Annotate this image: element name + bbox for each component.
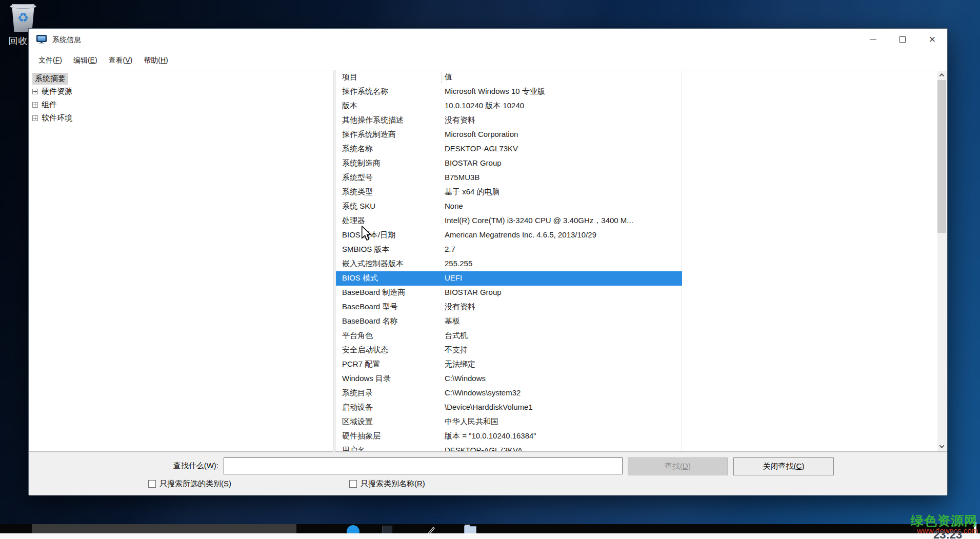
- expand-plus-icon[interactable]: [32, 102, 38, 108]
- row-item-label: 系统名称: [342, 144, 373, 154]
- tree-item[interactable]: 组件: [32, 98, 333, 111]
- row-item-label: 硬件抽象层: [342, 431, 381, 441]
- tree-item[interactable]: 硬件资源: [32, 85, 333, 98]
- row-value-label: DESKTOP-AGL73KVA...: [445, 446, 529, 451]
- find-what-label: 查找什么(W):: [106, 461, 218, 471]
- table-row[interactable]: 系统型号B75MU3B: [336, 171, 937, 185]
- row-item-label: 系统目录: [342, 388, 373, 398]
- row-item-label: BaseBoard 名称: [342, 316, 397, 326]
- row-value-label: 版本 = "10.0.10240.16384": [445, 431, 536, 441]
- row-item-label: BIOS 模式: [342, 273, 378, 283]
- table-row[interactable]: SMBIOS 版本2.7: [336, 243, 937, 257]
- scrollbar-thumb[interactable]: [937, 80, 946, 233]
- table-row[interactable]: 系统名称DESKTOP-AGL73KV: [336, 142, 937, 156]
- menu-item[interactable]: 帮助(H): [138, 50, 173, 70]
- row-item-label: 用户名: [342, 446, 365, 451]
- row-value-label: BIOSTAR Group: [445, 158, 502, 167]
- window-title: 系统信息: [52, 29, 81, 50]
- table-row[interactable]: 操作系统名称Microsoft Windows 10 专业版: [336, 85, 937, 99]
- table-row[interactable]: 处理器Intel(R) Core(TM) i3-3240 CPU @ 3.40G…: [336, 214, 937, 228]
- maximize-button[interactable]: [888, 29, 917, 50]
- bottom-white-strip: [0, 533, 980, 539]
- checkbox-icon[interactable]: [349, 480, 357, 488]
- table-row[interactable]: PCR7 配置无法绑定: [336, 357, 937, 372]
- checkbox-label: 只搜索所选的类别(S): [159, 479, 231, 489]
- list-rows: 操作系统名称Microsoft Windows 10 专业版版本10.0.102…: [336, 85, 937, 451]
- table-row[interactable]: BaseBoard 制造商BIOSTAR Group: [336, 286, 937, 300]
- row-item-label: 系统型号: [342, 173, 373, 183]
- column-header-item[interactable]: 项目: [342, 72, 357, 82]
- table-row[interactable]: 操作系统制造商Microsoft Corporation: [336, 128, 937, 142]
- menu-item[interactable]: 查看(V): [103, 50, 138, 70]
- table-row[interactable]: BaseBoard 名称基板: [336, 314, 937, 329]
- detail-list: 项目 值 操作系统名称Microsoft Windows 10 专业版版本10.…: [335, 70, 947, 452]
- row-value-label: 无法绑定: [445, 360, 475, 369]
- taskbar-clock[interactable]: 23:23: [933, 528, 962, 539]
- table-row[interactable]: 区域设置中华人民共和国: [336, 415, 937, 429]
- table-row[interactable]: 系统目录C:\Windows\system32: [336, 386, 937, 401]
- row-value-label: 基板: [445, 316, 460, 326]
- checkbox-search-selected-category[interactable]: 只搜索所选的类别(S): [148, 479, 231, 489]
- table-row[interactable]: 硬件抽象层版本 = "10.0.10240.16384": [336, 429, 937, 444]
- tree-item-label: 软件环境: [42, 113, 72, 123]
- table-row[interactable]: 启动设备\Device\HarddiskVolume1: [336, 401, 937, 415]
- close-find-button[interactable]: 关闭查找(C): [733, 457, 834, 475]
- table-row[interactable]: 安全启动状态不支持: [336, 343, 937, 357]
- row-value-label: 台式机: [445, 331, 468, 341]
- row-value-label: 没有资料: [445, 115, 475, 125]
- table-row[interactable]: 系统类型基于 x64 的电脑: [336, 185, 937, 199]
- minimize-button[interactable]: [858, 29, 888, 50]
- titlebar[interactable]: 系统信息 ×: [29, 29, 947, 50]
- row-item-label: BIOS 版本/日期: [342, 230, 395, 240]
- table-row[interactable]: 其他操作系统描述没有资料: [336, 113, 937, 128]
- row-value-label: 不支持: [445, 345, 468, 355]
- row-value-label: B75MU3B: [445, 173, 479, 182]
- row-value-label: None: [445, 202, 463, 210]
- find-input[interactable]: [224, 457, 623, 474]
- menu-item[interactable]: 编辑(E): [68, 50, 103, 70]
- tree-item-system-summary[interactable]: 系统摘要: [32, 73, 68, 85]
- table-row[interactable]: BIOS 模式UEFI: [336, 271, 682, 286]
- expand-plus-icon[interactable]: [32, 115, 38, 121]
- checkbox-search-category-names[interactable]: 只搜索类别名称(R): [349, 479, 425, 489]
- menubar: 文件(F)编辑(E)查看(V)帮助(H): [29, 50, 947, 70]
- desktop: ♻ 回收站 系统信息 × 文件(F)编辑(E)查看(V)帮助(H) 系: [0, 0, 980, 539]
- checkbox-icon[interactable]: [148, 480, 156, 488]
- chevron-down-icon: [939, 443, 945, 448]
- table-row[interactable]: BaseBoard 型号没有资料: [336, 300, 937, 314]
- row-value-label: DESKTOP-AGL73KV: [445, 144, 518, 153]
- table-row[interactable]: BIOS 版本/日期American Megatrends Inc. 4.6.5…: [336, 228, 937, 243]
- menu-item[interactable]: 文件(F): [33, 50, 68, 70]
- table-row[interactable]: 平台角色台式机: [336, 329, 937, 343]
- expand-plus-icon[interactable]: [32, 89, 38, 94]
- table-row[interactable]: 版本10.0.10240 版本 10240: [336, 99, 937, 113]
- row-value-label: Microsoft Corporation: [445, 130, 518, 138]
- table-row[interactable]: 系统 SKUNone: [336, 199, 937, 214]
- taskbar-app-segment[interactable]: [32, 524, 296, 534]
- column-header-value[interactable]: 值: [445, 72, 452, 82]
- scroll-down-button[interactable]: [937, 442, 946, 451]
- row-item-label: 安全启动状态: [342, 345, 388, 355]
- tree-item-label: 组件: [42, 100, 57, 110]
- row-item-label: 系统类型: [342, 187, 373, 197]
- table-row[interactable]: 用户名DESKTOP-AGL73KVA...: [336, 444, 937, 451]
- chevron-up-icon: [939, 73, 945, 78]
- tree-children: 硬件资源组件软件环境: [32, 85, 333, 125]
- scroll-up-button[interactable]: [937, 71, 946, 79]
- find-button[interactable]: 查找(D): [628, 457, 728, 475]
- maximize-icon: [899, 36, 906, 43]
- tree-item[interactable]: 软件环境: [32, 111, 333, 125]
- vertical-scrollbar[interactable]: [937, 71, 946, 451]
- category-tree: 系统摘要 硬件资源组件软件环境: [29, 70, 333, 452]
- find-bar: 查找什么(W): 查找(D) 关闭查找(C) 只搜索所选的类别(S) 只搜索类别…: [29, 452, 947, 495]
- row-value-label: 基于 x64 的电脑: [445, 187, 500, 197]
- table-row[interactable]: Windows 目录C:\Windows: [336, 372, 937, 386]
- row-value-label: Microsoft Windows 10 专业版: [445, 87, 545, 96]
- row-item-label: 系统制造商: [342, 158, 381, 168]
- row-item-label: 嵌入式控制器版本: [342, 259, 404, 269]
- table-row[interactable]: 系统制造商BIOSTAR Group: [336, 156, 937, 171]
- close-icon: ×: [929, 34, 936, 45]
- close-button[interactable]: ×: [917, 29, 947, 50]
- table-row[interactable]: 嵌入式控制器版本255.255: [336, 257, 937, 271]
- row-value-label: 没有资料: [445, 302, 475, 312]
